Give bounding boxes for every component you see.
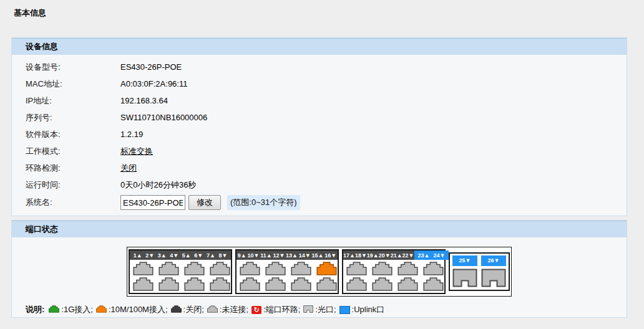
rj45-port-icon [398, 262, 418, 275]
port-sfp-unconnected[interactable] [481, 269, 506, 289]
page-title: 基本信息 [0, 0, 644, 37]
port-block-2: 9▲10▼11▲12▼13▲14▼15▲16▼ [235, 249, 339, 294]
port-unconnected[interactable] [291, 262, 311, 275]
rj45-port-icon [372, 262, 393, 275]
port-number-label: 15▲ [312, 252, 324, 259]
legend-label: :光口; [315, 304, 336, 315]
legend-label: :10M/100M接入; [109, 304, 168, 315]
port-unconnected[interactable] [316, 277, 337, 291]
device-model-value: ES430-26P-POE [120, 62, 182, 72]
field-label: 运行时间: [26, 179, 120, 191]
field-label: 系统名: [26, 197, 120, 208]
port-sfp-unconnected[interactable] [452, 269, 477, 289]
legend-item: :Uplink口 [339, 304, 385, 315]
port-number-label: 7▲ [207, 252, 215, 259]
port-status-header: 端口状态 [12, 221, 627, 237]
port-unconnected[interactable] [210, 277, 230, 291]
port-unconnected[interactable] [240, 277, 260, 291]
port-unconnected[interactable] [184, 262, 205, 275]
legend-rj45-unconnected-icon [207, 305, 218, 315]
port-number-label: 21▲ [391, 252, 402, 259]
port-unconnected[interactable] [423, 277, 444, 291]
rj45-port-icon [159, 262, 179, 275]
port-unconnected[interactable] [398, 262, 418, 275]
port-number-label: 13▲ [286, 252, 298, 259]
rj45-port-icon [210, 277, 230, 291]
work-mode-link[interactable]: 标准交换 [120, 146, 153, 157]
legend-item: :光口; [303, 304, 336, 315]
port-unconnected[interactable] [240, 262, 260, 275]
rj45-port-icon [291, 262, 311, 275]
legend-uplink-icon [339, 306, 350, 314]
legend-label: :关闭; [183, 304, 204, 315]
port-unconnected[interactable] [133, 277, 154, 291]
port-number-label: 10▼ [247, 252, 259, 259]
switch-faceplate: 1▲2▼3▲4▼5▲6▼7▲8▼ 9▲10▼11▲12▼13▲14▼15▲16▼… [127, 247, 512, 297]
serial-number-value: SW110710NB16000006 [120, 113, 207, 122]
sfp-port-number-label: 25▼ [452, 255, 477, 266]
rj45-port-icon [184, 262, 205, 275]
sfp-port-icon [303, 305, 313, 313]
port-number-label: 20▼ [379, 252, 391, 259]
port-unconnected[interactable] [265, 277, 286, 291]
field-row-mac: MAC地址: A0:03:0F:2A:96:11 [12, 75, 627, 92]
port-unconnected[interactable] [372, 277, 393, 291]
loop-detect-link[interactable]: 关闭 [120, 163, 137, 174]
port-unconnected[interactable] [346, 277, 367, 291]
legend-item: :1G接入; [49, 304, 93, 315]
rj45-port-icon [423, 262, 444, 275]
port-unconnected[interactable] [133, 262, 154, 275]
rj45-port-icon [265, 262, 286, 275]
rj45-port-icon [372, 277, 393, 291]
port-unconnected[interactable] [210, 262, 230, 275]
port-number-label: 1▲ [134, 252, 142, 259]
uptime-value: 0天0小时26分钟36秒 [120, 179, 196, 191]
software-version-value: 1.2.19 [120, 130, 143, 139]
modify-button[interactable]: 修改 [188, 195, 221, 210]
uplink-port-label-group: 23▲24▼ [414, 250, 449, 260]
field-label: 序列号: [26, 112, 120, 123]
sfp-port-number-label: 26▼ [481, 255, 506, 266]
field-label: 软件版本: [26, 129, 120, 140]
rj45-port-icon [159, 277, 179, 291]
rj45-port-icon [171, 305, 182, 313]
rj45-port-icon [346, 277, 367, 291]
port-unconnected[interactable] [423, 262, 444, 275]
port-number-label: 6▼ [194, 252, 203, 259]
port-unconnected[interactable] [159, 277, 179, 291]
legend-title: 说明: [26, 304, 44, 315]
port-number-label: 4▼ [170, 252, 178, 259]
port-unconnected[interactable] [159, 262, 179, 275]
rj45-port-icon [96, 305, 107, 313]
sfp-port-block: 25▼ 26▼ [449, 252, 510, 291]
port-number-label: 8▼ [218, 252, 227, 259]
sfp-port-icon [481, 269, 506, 287]
field-row-workmode: 工作模式: 标准交换 [12, 143, 627, 160]
device-info-header: 设备信息 [12, 38, 627, 55]
legend-item: :关闭; [171, 304, 204, 315]
port-unconnected[interactable] [291, 277, 311, 291]
port-block-1: 1▲2▼3▲4▼5▲6▼7▲8▼ [129, 249, 232, 294]
rj45-port-icon [133, 262, 154, 275]
mac-address-value: A0:03:0F:2A:96:11 [120, 79, 187, 88]
port-number-label: 14▼ [299, 252, 311, 259]
field-row-serial: 序列号: SW110710NB16000006 [12, 109, 627, 126]
port-unconnected[interactable] [398, 277, 418, 291]
port-m100[interactable] [316, 262, 337, 275]
system-name-input[interactable] [120, 195, 185, 210]
rj45-port-icon [207, 305, 218, 313]
port-block-header: 17▲18▼19▲20▼21▲22▼23▲24▼ [343, 250, 444, 260]
port-number-label: 2▼ [145, 252, 154, 259]
field-label: 环路检测: [26, 163, 120, 174]
port-unconnected[interactable] [346, 262, 367, 275]
rj45-port-icon [265, 277, 286, 291]
legend-item: :10M/100M接入; [96, 304, 168, 315]
port-number-label: 18▼ [355, 252, 367, 259]
rj45-port-icon [49, 305, 59, 313]
port-unconnected[interactable] [184, 277, 205, 291]
port-unconnected[interactable] [265, 262, 286, 275]
ip-address-value: 192.168.3.64 [120, 96, 168, 105]
port-unconnected[interactable] [372, 262, 393, 275]
rj45-port-icon [316, 277, 337, 291]
rj45-port-icon [184, 277, 205, 291]
